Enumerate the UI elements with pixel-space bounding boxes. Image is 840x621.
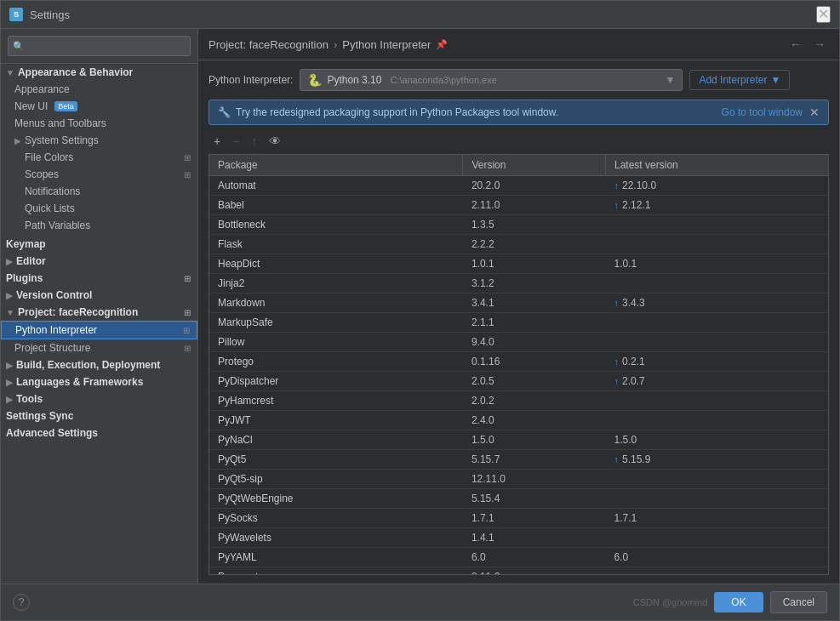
app-icon: S bbox=[9, 8, 23, 21]
table-row[interactable]: Flask2.2.2 bbox=[209, 235, 828, 254]
sidebar-item-project[interactable]: ▼ Project: faceRecognition ⊞ bbox=[1, 304, 197, 321]
table-row[interactable]: PyQt5-sip12.11.0 bbox=[209, 470, 828, 489]
table-row[interactable]: PyQtWebEngine5.15.4 bbox=[209, 489, 828, 509]
packages-toolbar: + − ↑ 👁 bbox=[209, 132, 829, 151]
breadcrumb: Project: faceRecognition › Python Interp… bbox=[209, 38, 448, 51]
sidebar-item-advanced-settings[interactable]: Advanced Settings bbox=[1, 424, 197, 442]
sidebar-item-path-variables[interactable]: Path Variables bbox=[1, 217, 197, 234]
package-version: 3.1.2 bbox=[463, 274, 606, 293]
sidebar-item-keymap[interactable]: Keymap bbox=[1, 236, 197, 253]
sidebar-item-version-control[interactable]: ▶ Version Control bbox=[1, 287, 197, 304]
package-latest: ↑2.12.1 bbox=[606, 196, 828, 215]
table-row[interactable]: PySocks1.7.11.7.1 bbox=[209, 509, 828, 528]
sidebar-item-settings-sync[interactable]: Settings Sync bbox=[1, 407, 197, 424]
sidebar-item-appearance[interactable]: Appearance bbox=[1, 81, 197, 98]
sidebar-item-appearance-behavior[interactable]: ▼ Appearance & Behavior bbox=[1, 64, 197, 81]
col-version[interactable]: Version bbox=[463, 155, 606, 176]
package-latest bbox=[606, 313, 828, 333]
table-row[interactable]: Protego0.1.16↑0.2.1 bbox=[209, 352, 828, 372]
banner-icon: 🔧 bbox=[218, 106, 231, 118]
table-row[interactable]: Markdown3.4.1↑3.4.3 bbox=[209, 293, 828, 313]
sidebar-item-build-execution[interactable]: ▶ Build, Execution, Deployment bbox=[1, 356, 197, 373]
remove-package-button[interactable]: − bbox=[227, 132, 244, 151]
table-row[interactable]: PyNaCl1.5.01.5.0 bbox=[209, 430, 828, 450]
close-banner-button[interactable]: ✕ bbox=[809, 105, 820, 119]
add-interpreter-label: Add Interpreter bbox=[699, 74, 767, 86]
package-name: Pillow bbox=[209, 333, 463, 352]
sidebar-item-label: Keymap bbox=[6, 238, 46, 250]
close-button[interactable]: ✕ bbox=[816, 6, 831, 23]
package-latest bbox=[606, 215, 828, 235]
table-row[interactable]: PyJWT2.4.0 bbox=[209, 411, 828, 430]
package-name: Pygments bbox=[209, 567, 463, 576]
sidebar-item-notifications[interactable]: Notifications bbox=[1, 183, 197, 200]
interpreter-select[interactable]: 🐍 Python 3.10 C:\anaconda3\python.exe ▼ bbox=[300, 69, 683, 91]
search-input[interactable] bbox=[8, 36, 191, 56]
table-row[interactable]: PyWavelets1.4.1 bbox=[209, 528, 828, 548]
package-latest: ↑5.15.9 bbox=[606, 450, 828, 470]
package-latest bbox=[606, 470, 828, 489]
sidebar-item-languages-frameworks[interactable]: ▶ Languages & Frameworks bbox=[1, 373, 197, 390]
package-version: 1.5.0 bbox=[463, 430, 606, 450]
help-button[interactable]: ? bbox=[13, 594, 30, 611]
settings-icon: ⊞ bbox=[184, 344, 191, 353]
package-latest bbox=[606, 411, 828, 430]
up-button[interactable]: ↑ bbox=[246, 132, 262, 151]
table-row[interactable]: HeapDict1.0.11.0.1 bbox=[209, 254, 828, 274]
sidebar-item-label: Menus and Toolbars bbox=[14, 117, 106, 129]
add-interpreter-button[interactable]: Add Interpreter ▼ bbox=[689, 70, 790, 90]
sidebar-item-tools[interactable]: ▶ Tools bbox=[1, 390, 197, 407]
panel-inner: Python Interpreter: 🐍 Python 3.10 C:\ana… bbox=[198, 60, 839, 584]
ok-button[interactable]: OK bbox=[714, 592, 763, 612]
package-name: Automat bbox=[209, 176, 463, 196]
table-row[interactable]: Bottleneck1.3.5 bbox=[209, 215, 828, 235]
package-name: MarkupSafe bbox=[209, 313, 463, 333]
table-row[interactable]: Jinja23.1.2 bbox=[209, 274, 828, 293]
package-version: 2.4.0 bbox=[463, 411, 606, 430]
sidebar-item-label: Appearance bbox=[14, 83, 70, 95]
table-row[interactable]: PyYAML6.06.0 bbox=[209, 548, 828, 567]
eye-button[interactable]: 👁 bbox=[264, 132, 286, 151]
col-latest[interactable]: Latest version bbox=[606, 155, 828, 176]
package-latest: 1.7.1 bbox=[606, 509, 828, 528]
breadcrumb-separator: › bbox=[334, 38, 337, 51]
package-name: PyNaCl bbox=[209, 430, 463, 450]
table-row[interactable]: PyHamcrest2.0.2 bbox=[209, 391, 828, 411]
go-to-tool-window-link[interactable]: Go to tool window bbox=[722, 106, 803, 118]
table-row[interactable]: PyDispatcher2.0.5↑2.0.7 bbox=[209, 372, 828, 391]
table-row[interactable]: Pygments2.11.2 bbox=[209, 567, 828, 576]
sidebar-item-plugins[interactable]: Plugins ⊞ bbox=[1, 270, 197, 287]
package-version: 1.7.1 bbox=[463, 509, 606, 528]
package-version: 3.4.1 bbox=[463, 293, 606, 313]
package-latest bbox=[606, 528, 828, 548]
sidebar-item-menus-toolbars[interactable]: Menus and Toolbars bbox=[1, 115, 197, 132]
title-bar-left: S Settings bbox=[9, 8, 70, 21]
cancel-button[interactable]: Cancel bbox=[770, 591, 827, 613]
sidebar-item-system-settings[interactable]: ▶ System Settings bbox=[1, 132, 197, 149]
sidebar-item-label: Appearance & Behavior bbox=[18, 66, 133, 78]
sidebar-item-editor[interactable]: ▶ Editor bbox=[1, 253, 197, 270]
sidebar-item-scopes[interactable]: Scopes ⊞ bbox=[1, 166, 197, 183]
table-row[interactable]: PyQt55.15.7↑5.15.9 bbox=[209, 450, 828, 470]
sidebar-item-new-ui[interactable]: New UI Beta bbox=[1, 98, 197, 115]
sidebar-item-project-structure[interactable]: Project Structure ⊞ bbox=[1, 339, 197, 356]
settings-icon: ⊞ bbox=[184, 170, 191, 179]
back-button[interactable]: ← bbox=[786, 36, 805, 53]
sidebar-item-file-colors[interactable]: File Colors ⊞ bbox=[1, 149, 197, 166]
banner-right: Go to tool window ✕ bbox=[722, 105, 820, 119]
sidebar-item-label: New UI bbox=[14, 100, 48, 112]
package-latest bbox=[606, 274, 828, 293]
package-latest: ↑2.0.7 bbox=[606, 372, 828, 391]
sidebar-item-python-interpreter[interactable]: Python Interpreter ⊞ bbox=[1, 321, 197, 339]
table-row[interactable]: Babel2.11.0↑2.12.1 bbox=[209, 196, 828, 215]
sidebar-item-label: Plugins bbox=[6, 272, 43, 284]
table-row[interactable]: MarkupSafe2.1.1 bbox=[209, 313, 828, 333]
forward-button[interactable]: → bbox=[810, 36, 829, 53]
table-row[interactable]: Automat20.2.0↑22.10.0 bbox=[209, 176, 828, 196]
package-version: 2.11.2 bbox=[463, 567, 606, 576]
table-row[interactable]: Pillow9.4.0 bbox=[209, 333, 828, 352]
col-package[interactable]: Package bbox=[209, 155, 463, 176]
package-version: 12.11.0 bbox=[463, 470, 606, 489]
add-package-button[interactable]: + bbox=[209, 132, 226, 151]
sidebar-item-quick-lists[interactable]: Quick Lists bbox=[1, 200, 197, 217]
